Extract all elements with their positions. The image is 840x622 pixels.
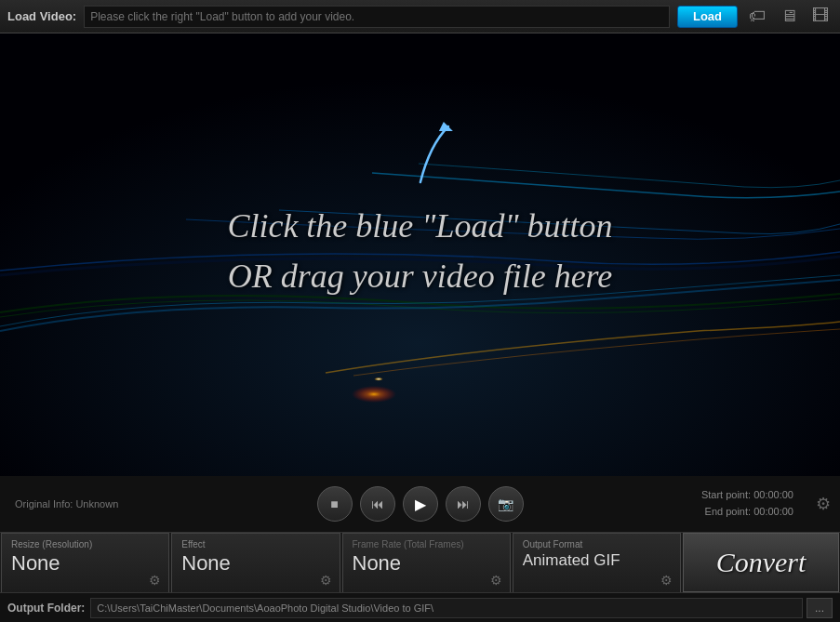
start-point-label: Start point: — [701, 489, 751, 500]
output-format-panel: Output Format Animated GIF ⚙ — [513, 533, 681, 592]
play-button[interactable]: ▶ — [403, 486, 438, 522]
prev-button[interactable]: ⏮ — [360, 486, 395, 522]
original-info: Original Info: Unknown — [15, 498, 118, 510]
capture-button[interactable]: 📷 — [488, 486, 524, 522]
frame-rate-label: Frame Rate (Total Frames) — [353, 539, 464, 549]
end-point: End point: 00:00:00 — [701, 504, 793, 521]
output-format-settings-icon[interactable]: ⚙ — [660, 573, 673, 588]
effect-panel: Effect None ⚙ — [171, 533, 340, 592]
end-point-label: End point: — [705, 506, 752, 517]
effect-value: None — [181, 551, 231, 576]
frame-rate-settings-icon[interactable]: ⚙ — [490, 573, 502, 588]
resize-value: None — [11, 551, 60, 576]
resize-settings-icon[interactable]: ⚙ — [149, 573, 161, 588]
frame-rate-value: None — [353, 551, 402, 576]
resize-label: Resize (Resolution) — [11, 539, 92, 549]
video-area[interactable]: Click the blue "Load" button OR drag you… — [0, 33, 840, 476]
output-format-label: Output Format — [523, 539, 582, 549]
footer: Output Folder: C:\Users\TaiChiMaster\Doc… — [0, 592, 840, 622]
transport-settings-icon[interactable]: ⚙ — [816, 494, 831, 514]
load-button[interactable]: Load — [677, 6, 738, 28]
header-bar: Load Video: Load 🏷 🖥 🎞 — [0, 0, 840, 33]
next-button[interactable]: ⏭ — [446, 486, 481, 522]
effect-settings-icon[interactable]: ⚙ — [320, 573, 332, 588]
load-video-input[interactable] — [84, 6, 670, 28]
effect-label: Effect — [181, 539, 205, 549]
load-video-label: Load Video: — [7, 9, 76, 23]
start-point-value: 00:00:00 — [753, 489, 793, 500]
transport-bar: Original Info: Unknown ■ ⏮ ▶ ⏭ 📷 Start p… — [0, 476, 840, 532]
tag-icon[interactable]: 🏷 — [745, 5, 769, 28]
output-folder-label: Output Folder: — [7, 602, 85, 615]
convert-button[interactable]: Convert — [683, 533, 839, 592]
controls-bar: Resize (Resolution) None ⚙ Effect None ⚙… — [0, 532, 840, 592]
start-point: Start point: 00:00:00 — [701, 487, 793, 504]
time-info: Start point: 00:00:00 End point: 00:00:0… — [701, 487, 793, 520]
frame-rate-panel: Frame Rate (Total Frames) None ⚙ — [342, 533, 511, 592]
svg-point-3 — [353, 362, 409, 384]
output-folder-path: C:\Users\TaiChiMaster\Documents\AoaoPhot… — [90, 598, 803, 618]
end-point-value: 00:00:00 — [753, 506, 793, 517]
film-icon[interactable]: 🎞 — [808, 5, 833, 28]
monitor-icon[interactable]: 🖥 — [777, 5, 801, 28]
resize-panel: Resize (Resolution) None ⚙ — [1, 533, 169, 592]
output-folder-browse-button[interactable]: ... — [807, 598, 833, 618]
output-format-value: Animated GIF — [523, 551, 620, 570]
stop-button[interactable]: ■ — [317, 486, 353, 522]
transport-controls: ■ ⏮ ▶ ⏭ 📷 — [317, 486, 524, 522]
convert-button-label: Convert — [716, 547, 807, 578]
